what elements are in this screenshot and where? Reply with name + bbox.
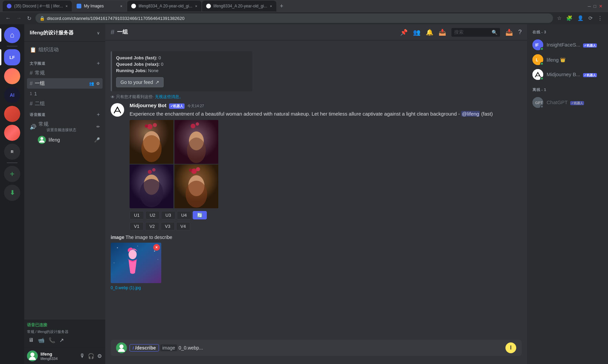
discord-friend-btn[interactable]: 📥 bbox=[439, 29, 446, 36]
minimize-btn[interactable]: ─ bbox=[588, 4, 591, 9]
v2-button[interactable]: V2 bbox=[145, 222, 159, 231]
current-user-avatar[interactable] bbox=[27, 351, 38, 361]
go-to-feed-label: Go to your feed bbox=[120, 80, 153, 85]
num1-icon: 1️ bbox=[30, 91, 32, 96]
voice-screen-btn[interactable]: 🖥 bbox=[27, 336, 35, 345]
tab-mj1[interactable]: lifeng8334_A 20-year-old_gi... × bbox=[127, 1, 201, 11]
svg-point-6 bbox=[153, 123, 157, 127]
refresh-button[interactable]: 🔄 bbox=[193, 211, 207, 219]
member-midjourney[interactable]: Midjourney B... ✓机器人 bbox=[530, 67, 605, 82]
image-cell-br[interactable] bbox=[174, 164, 218, 208]
voice-connected-area: 语音已连接 常规 / lifeng的设计服务器 🖥 📹 📞 ↗ lifeng l… bbox=[24, 320, 105, 364]
voice-expand-btn[interactable]: ↗ bbox=[58, 336, 65, 345]
bell-btn[interactable]: 🔔 bbox=[426, 29, 433, 36]
server-5[interactable] bbox=[4, 125, 20, 141]
tab-discord-close[interactable]: × bbox=[65, 4, 67, 8]
submit-button[interactable]: I bbox=[505, 342, 516, 353]
server-2[interactable] bbox=[4, 68, 20, 84]
server-lifeng[interactable]: LF bbox=[4, 49, 20, 65]
u2-button[interactable]: U2 bbox=[145, 211, 160, 219]
u3-button[interactable]: U3 bbox=[161, 211, 175, 219]
add-voice-channel-icon[interactable]: + bbox=[97, 112, 100, 118]
channel-group2[interactable]: # 二组 bbox=[27, 98, 103, 109]
image-cell-tl[interactable] bbox=[130, 120, 173, 164]
help-btn[interactable]: ? bbox=[518, 29, 522, 36]
refresh-button[interactable]: ↻ bbox=[26, 14, 33, 23]
voice-channel-general[interactable]: 🔊 常规 设置音频连接状态 ✏ bbox=[27, 119, 103, 134]
channel-group1[interactable]: # 一组 👥 ⚙ bbox=[27, 78, 103, 89]
members-btn[interactable]: 👥 bbox=[413, 29, 420, 36]
tab-images[interactable]: My Images × bbox=[73, 1, 127, 11]
svg-point-27 bbox=[117, 247, 118, 248]
pin-btn[interactable]: 📌 bbox=[400, 29, 408, 36]
sidebar-header[interactable]: lifeng的设计服务器 ∨ bbox=[24, 24, 105, 42]
lifeng-avatar: L bbox=[532, 54, 543, 65]
server-home[interactable]: ⌂ bbox=[4, 27, 20, 43]
u4-button[interactable]: U4 bbox=[177, 211, 191, 219]
insightface-status bbox=[540, 47, 544, 51]
u1-button[interactable]: U1 bbox=[130, 211, 144, 219]
channel-num1[interactable]: 1️ 1 bbox=[27, 89, 103, 98]
user-deafen-btn[interactable]: 🎧 bbox=[87, 352, 95, 360]
tab-mj2[interactable]: lifeng8334_A 20-year-old_gi... × bbox=[202, 1, 276, 11]
sync-btn[interactable]: ⟳ bbox=[587, 14, 594, 23]
member-chatgpt[interactable]: GPT ChatGPT ✓机器人 bbox=[530, 95, 605, 110]
tab-images-close[interactable]: × bbox=[120, 4, 122, 8]
upload-filename[interactable]: 0_0.webp (1).jpg bbox=[111, 285, 522, 290]
voice-phone-btn[interactable]: 📞 bbox=[47, 336, 57, 345]
new-tab-button[interactable]: + bbox=[277, 1, 286, 11]
close-btn[interactable]: ✕ bbox=[599, 4, 603, 9]
add-text-channel-icon[interactable]: + bbox=[97, 60, 100, 66]
svg-point-9 bbox=[141, 135, 162, 162]
fast-label: (fast) bbox=[481, 111, 493, 117]
address-input[interactable]: 🔒 discord.com/channels/10941617479103324… bbox=[35, 13, 553, 23]
extensions-btn[interactable]: 🧩 bbox=[565, 14, 574, 23]
server-4[interactable] bbox=[4, 106, 20, 122]
go-to-feed-button[interactable]: Go to your feed ↗ bbox=[116, 77, 164, 87]
image-bl bbox=[130, 164, 173, 208]
tab-mj1-close[interactable]: × bbox=[195, 4, 197, 8]
voice-section-header[interactable]: 语音频道 + bbox=[27, 112, 103, 118]
inbox-btn[interactable]: 📥 bbox=[505, 29, 513, 36]
profile-btn[interactable]: 👤 bbox=[576, 14, 585, 23]
upload-remove-btn[interactable]: × bbox=[153, 244, 160, 251]
tab-mj2-close[interactable]: × bbox=[270, 4, 272, 8]
restore-btn[interactable]: □ bbox=[593, 4, 596, 9]
voice-connected-panel: 语音已连接 常规 / lifeng的设计服务器 🖥 📹 📞 ↗ bbox=[24, 320, 105, 348]
user-mute-btn[interactable]: 🎙 bbox=[79, 352, 86, 360]
server-3[interactable]: AI bbox=[4, 87, 20, 103]
privacy-link[interactable]: 无视这些消息。 bbox=[155, 94, 183, 100]
text-section-header[interactable]: 文字频道 + bbox=[27, 60, 103, 66]
svg-point-0 bbox=[40, 137, 43, 140]
discover-servers[interactable]: ⬇ bbox=[4, 185, 20, 201]
image-tr bbox=[174, 120, 218, 164]
voice-video-btn[interactable]: 📹 bbox=[36, 336, 46, 345]
image-grid[interactable] bbox=[130, 120, 219, 208]
messages-area[interactable]: Queued Jobs (fast): 0 Queued Jobs (relax… bbox=[105, 40, 527, 337]
channel-general[interactable]: # 常规 bbox=[27, 68, 103, 78]
member-insightface[interactable]: IF InsightFaceS... ✓机器人 bbox=[530, 37, 605, 52]
group1-settings-icon[interactable]: ⚙ bbox=[96, 81, 100, 86]
add-server-button[interactable]: + bbox=[4, 166, 20, 182]
user-settings-btn[interactable]: ⚙ bbox=[96, 352, 103, 360]
v4-button[interactable]: V4 bbox=[176, 222, 190, 231]
channel-header-name: 一组 bbox=[117, 29, 128, 36]
running-label: Running Jobs: bbox=[116, 68, 147, 73]
voice-user-lifeng[interactable]: lifeng 🎤 bbox=[27, 134, 103, 145]
image-cell-tr[interactable] bbox=[174, 120, 218, 164]
back-button[interactable]: ← bbox=[4, 14, 12, 23]
more-btn[interactable]: ⋮ bbox=[596, 14, 604, 23]
image-cell-bl[interactable] bbox=[130, 164, 173, 208]
queued-relax-row: Queued Jobs (relax): 0 bbox=[116, 62, 248, 67]
v3-button[interactable]: V3 bbox=[161, 222, 175, 231]
bookmark-btn[interactable]: ☆ bbox=[556, 14, 563, 23]
member-lifeng[interactable]: L lifeng 👑 bbox=[530, 52, 605, 67]
org-activity-item[interactable]: 📋 组织活动 bbox=[27, 44, 103, 55]
header-search[interactable]: 搜索 🔍 bbox=[451, 28, 500, 37]
queued-fast-row: Queued Jobs (fast): 0 bbox=[116, 55, 248, 60]
v1-button[interactable]: V1 bbox=[130, 222, 144, 231]
tab-discord[interactable]: (35) Discord | #一组 | lifer... × bbox=[3, 1, 72, 11]
forward-button[interactable]: → bbox=[15, 14, 23, 23]
server-6[interactable]: R bbox=[4, 144, 20, 160]
voice-edit-icon[interactable]: ✏ bbox=[96, 124, 100, 129]
